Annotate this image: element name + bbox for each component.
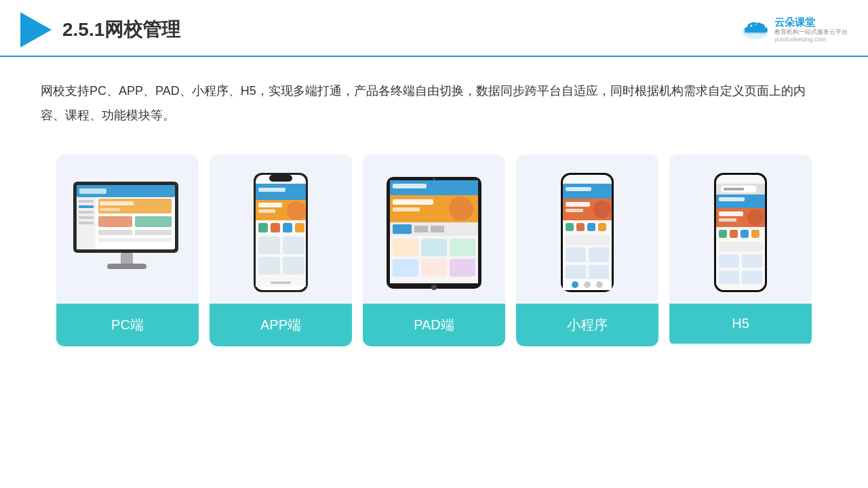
svg-rect-55 (414, 226, 428, 232)
card-h5: H5 (669, 155, 812, 346)
card-app-image (210, 155, 352, 304)
svg-rect-6 (79, 188, 106, 194)
pc-monitor-icon (70, 178, 185, 287)
svg-rect-8 (79, 200, 94, 203)
card-app-label: APP端 (210, 304, 352, 346)
svg-rect-25 (269, 175, 292, 182)
svg-rect-36 (295, 223, 304, 232)
svg-rect-77 (566, 235, 610, 245)
card-pc-image (56, 155, 199, 304)
card-pad-label: PAD端 (363, 304, 505, 346)
svg-rect-34 (271, 223, 280, 232)
svg-rect-73 (566, 223, 574, 231)
svg-rect-101 (730, 230, 738, 238)
svg-rect-76 (598, 223, 606, 231)
page-title: 2.5.1网校管理 (62, 17, 180, 43)
svg-rect-28 (258, 188, 285, 192)
svg-rect-60 (393, 259, 418, 277)
svg-rect-107 (719, 270, 739, 284)
svg-rect-41 (271, 281, 291, 284)
svg-rect-74 (576, 223, 585, 231)
svg-rect-48 (393, 184, 427, 188)
card-app: APP端 (210, 155, 352, 346)
svg-rect-19 (135, 230, 172, 235)
svg-rect-57 (393, 239, 418, 256)
svg-rect-33 (258, 223, 268, 232)
logo-triangle-icon (20, 12, 52, 47)
svg-rect-35 (283, 223, 292, 232)
card-pc-label: PC端 (56, 304, 199, 346)
svg-rect-102 (741, 230, 749, 238)
svg-point-85 (584, 281, 591, 288)
svg-rect-75 (587, 223, 595, 231)
svg-rect-31 (258, 209, 275, 213)
svg-rect-38 (283, 237, 304, 254)
svg-rect-9 (79, 205, 94, 208)
svg-rect-62 (450, 259, 475, 277)
svg-rect-16 (98, 216, 132, 227)
svg-rect-15 (100, 208, 120, 211)
svg-rect-22 (107, 264, 146, 269)
svg-rect-51 (393, 207, 420, 211)
svg-rect-103 (751, 230, 760, 238)
svg-point-52 (449, 197, 473, 221)
svg-rect-59 (450, 239, 475, 256)
svg-rect-12 (79, 222, 94, 224)
svg-rect-80 (566, 265, 586, 280)
cards-container: PC端 (0, 141, 868, 360)
svg-rect-79 (589, 247, 609, 262)
description-paragraph: 网校支持PC、APP、PAD、小程序、H5，实现多端打通，产品各终端自由切换，数… (41, 79, 827, 127)
brand-name: 云朵课堂 (774, 16, 815, 28)
svg-point-1 (751, 25, 753, 27)
brand-text: 云朵课堂 教育机构一站式服务云平台 yunduoketang.com (774, 16, 848, 43)
svg-rect-83 (563, 279, 612, 279)
svg-rect-40 (283, 257, 304, 274)
svg-rect-70 (566, 202, 590, 207)
svg-rect-13 (98, 199, 172, 214)
svg-rect-106 (742, 254, 762, 268)
header-right: 云朵课堂 教育机构一站式服务云平台 yunduoketang.com (741, 16, 848, 43)
card-h5-image (669, 155, 812, 304)
svg-point-44 (433, 178, 435, 180)
svg-rect-104 (719, 242, 764, 251)
svg-rect-37 (258, 237, 280, 254)
svg-rect-97 (719, 211, 743, 216)
card-miniprogram: 小程序 (516, 155, 658, 346)
svg-rect-78 (566, 247, 586, 262)
card-miniprogram-label: 小程序 (516, 304, 658, 346)
app-phone-icon (250, 171, 311, 293)
card-h5-label: H5 (669, 304, 812, 344)
card-pad-image (363, 155, 505, 304)
header: 2.5.1网校管理 云朵课堂 教育机构一站式服务云平台 yunduoketang… (0, 0, 868, 57)
svg-rect-17 (135, 216, 172, 227)
svg-rect-98 (719, 218, 736, 222)
svg-rect-93 (724, 188, 744, 190)
svg-rect-54 (393, 224, 412, 234)
miniprogram-phone-icon (557, 171, 618, 293)
svg-point-84 (572, 281, 578, 288)
svg-rect-71 (566, 209, 583, 212)
svg-rect-50 (393, 199, 433, 205)
svg-rect-56 (431, 226, 444, 232)
svg-point-2 (755, 24, 756, 25)
brand-logo: 云朵课堂 教育机构一站式服务云平台 yunduoketang.com (741, 16, 848, 43)
svg-rect-61 (421, 259, 447, 277)
cloud-icon (741, 19, 770, 41)
svg-point-45 (431, 285, 437, 290)
svg-point-32 (287, 201, 306, 220)
card-pc: PC端 (56, 155, 199, 346)
svg-rect-20 (98, 238, 172, 242)
svg-rect-58 (421, 239, 447, 256)
pad-tablet-icon (383, 174, 485, 292)
svg-rect-105 (719, 254, 739, 268)
svg-point-86 (596, 281, 603, 288)
card-miniprogram-image (516, 155, 658, 304)
svg-rect-68 (566, 187, 591, 191)
svg-rect-11 (79, 216, 94, 219)
header-left: 2.5.1网校管理 (20, 12, 180, 47)
brand-sub: 教育机构一站式服务云平台 (774, 28, 848, 36)
svg-rect-39 (258, 257, 280, 274)
svg-rect-95 (719, 197, 745, 201)
svg-rect-108 (742, 270, 762, 284)
description-text: 网校支持PC、APP、PAD、小程序、H5，实现多端打通，产品各终端自由切换，数… (0, 57, 868, 141)
